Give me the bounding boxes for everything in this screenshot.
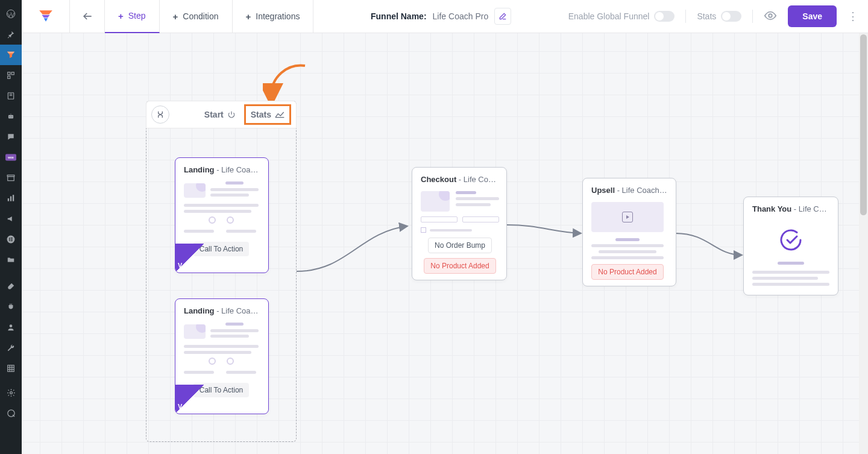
order-bump-badge: No Order Bump (428, 238, 492, 253)
plus-icon: + (118, 11, 124, 21)
wp-icon-user[interactable] (0, 317, 22, 338)
more-options-button[interactable]: ⋮ (848, 10, 858, 23)
tab-condition-label: Condition (183, 11, 218, 21)
wp-icon-wrench[interactable] (0, 338, 22, 358)
wp-icon-funnel-active[interactable] (0, 45, 22, 65)
node-checkout[interactable]: Checkout - Life Coach Ch… No Order Bump … (412, 167, 507, 280)
svg-point-8 (10, 116, 10, 117)
svg-rect-13 (8, 177, 14, 181)
wp-icon-pin[interactable] (0, 24, 22, 45)
enable-global-funnel-label: Enable Global Funnel (568, 11, 650, 21)
tab-step-label: Step (128, 11, 146, 20)
svg-rect-16 (10, 197, 11, 201)
toggle-switch[interactable] (721, 11, 741, 22)
svg-rect-21 (10, 239, 13, 239)
check-icon (779, 228, 803, 252)
app-logo[interactable] (22, 0, 70, 33)
wp-icon-robot[interactable] (0, 106, 22, 127)
scrollbar[interactable] (859, 33, 868, 454)
no-product-badge: No Product Added (424, 258, 495, 274)
node-preview: No Product Added (583, 200, 676, 286)
svg-rect-17 (13, 195, 14, 201)
wp-icon-gear[interactable] (0, 382, 22, 403)
node-header: Landing - Life Coach Lan… (175, 299, 268, 320)
topbar: + Step + Condition + Integrations Funnel… (22, 0, 868, 33)
node-header: Thank You - Life Coach Tha… (744, 197, 838, 218)
tab-step[interactable]: + Step (105, 0, 160, 33)
wp-icon-analytics[interactable] (0, 188, 22, 209)
tab-integrations-label: Integrations (256, 11, 300, 21)
wp-icon-wordpress[interactable] (0, 4, 22, 24)
wp-icon-woo[interactable]: woo (0, 147, 22, 168)
svg-text:woo: woo (7, 156, 14, 159)
wp-icon-megaphone[interactable] (0, 209, 22, 229)
wp-icon-q[interactable] (0, 403, 22, 423)
wp-icon-folder[interactable] (0, 250, 22, 270)
scrollbar-thumb[interactable] (860, 34, 867, 215)
variant-badge: V-2 (175, 385, 204, 414)
svg-point-23 (10, 324, 13, 327)
node-preview: No Order Bump No Product Added (412, 189, 506, 280)
toggle-switch[interactable] (654, 11, 675, 22)
ab-group-container[interactable]: Start Stats Landing - Life Coach Lan… (146, 101, 297, 442)
plus-icon: + (246, 11, 251, 22)
edit-name-button[interactable] (494, 8, 511, 25)
funnel-name-area: Funnel Name: Life Coach Pro (313, 8, 568, 25)
funnel-canvas[interactable]: Start Stats Landing - Life Coach Lan… (22, 33, 868, 454)
enable-global-funnel-toggle[interactable]: Enable Global Funnel (568, 11, 675, 22)
node-type: Landing (184, 165, 215, 174)
node-subtitle: - Life Coach Lan… (215, 306, 268, 315)
stats-toggle[interactable]: Stats (697, 11, 741, 22)
ab-start-label: Start (204, 110, 224, 119)
node-thankyou[interactable]: Thank You - Life Coach Tha… (743, 197, 838, 295)
chart-line-icon (275, 110, 285, 119)
node-preview (744, 218, 838, 295)
wp-icon-modules[interactable] (0, 65, 22, 86)
svg-rect-2 (11, 72, 14, 75)
svg-rect-3 (8, 76, 10, 78)
node-subtitle: - Life Coach Lan… (215, 165, 268, 174)
node-type: Landing (184, 306, 215, 315)
separator (752, 10, 753, 23)
wp-admin-sidebar: woo (0, 0, 22, 454)
back-button[interactable] (70, 0, 105, 33)
play-icon (622, 212, 633, 222)
node-subtitle: - Life Coach Ch… (456, 175, 506, 184)
tab-condition[interactable]: + Condition (160, 0, 233, 33)
ab-start-button[interactable]: Start (204, 110, 236, 119)
no-product-badge: No Product Added (591, 264, 663, 280)
wp-icon-plugin[interactable] (0, 297, 22, 317)
wp-icon-elementor[interactable] (0, 229, 22, 250)
svg-rect-14 (7, 175, 14, 176)
plus-icon: + (173, 11, 178, 22)
stats-toggle-label: Stats (697, 11, 716, 21)
funnel-name-label: Funnel Name: (371, 11, 427, 21)
wp-icon-comment[interactable] (0, 127, 22, 147)
svg-rect-22 (10, 241, 13, 241)
wp-icon-book[interactable] (0, 86, 22, 106)
svg-rect-7 (8, 115, 13, 119)
svg-rect-20 (10, 238, 13, 238)
tab-integrations[interactable]: + Integrations (233, 0, 314, 33)
svg-point-9 (11, 116, 12, 117)
node-header: Upsell - Life Coach Up… (583, 178, 676, 200)
node-upsell[interactable]: Upsell - Life Coach Up… No Product Added (582, 178, 676, 286)
split-test-icon[interactable] (151, 106, 169, 124)
ab-group-header: Start Stats (146, 101, 297, 128)
svg-rect-19 (9, 238, 10, 241)
node-header: Checkout - Life Coach Ch… (412, 168, 506, 189)
variant-badge: V-1 (175, 244, 204, 273)
save-button[interactable]: Save (788, 5, 837, 27)
svg-point-33 (769, 14, 773, 17)
node-type: Thank You (752, 204, 791, 213)
preview-button[interactable] (764, 9, 777, 24)
ab-stats-button[interactable]: Stats (244, 104, 291, 125)
node-type: Checkout (421, 175, 456, 184)
node-type: Upsell (591, 186, 615, 195)
wp-icon-settings-grid[interactable] (0, 358, 22, 379)
node-subtitle: - Life Coach Tha… (791, 204, 838, 213)
wp-icon-brush[interactable] (0, 276, 22, 297)
svg-point-29 (10, 391, 12, 394)
wp-icon-archive[interactable] (0, 168, 22, 188)
funnel-name-value: Life Coach Pro (433, 11, 489, 21)
